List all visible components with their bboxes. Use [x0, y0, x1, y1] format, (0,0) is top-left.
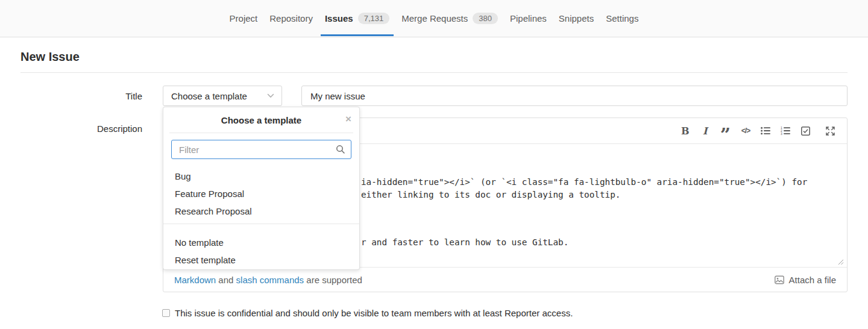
markdown-support-note: Markdown and slash commands are supporte… — [174, 275, 362, 285]
textarea-text-line: ia-hidden="true"></i>` (or `<i class="fa… — [361, 176, 807, 189]
nav-tab-label: Settings — [606, 13, 638, 24]
numbered-list-icon[interactable]: 1 2 3 — [781, 124, 790, 138]
task-list-icon[interactable] — [800, 124, 810, 138]
merge-requests-count-badge: 380 — [473, 13, 498, 24]
nav-tab-repository[interactable]: Repository — [263, 0, 319, 37]
image-attachment-icon — [775, 275, 784, 284]
bold-icon[interactable]: B — [681, 124, 690, 138]
no-template-option[interactable]: No template — [163, 234, 359, 251]
textarea-text-line: r and faster to learn how to use GitLab. — [361, 236, 568, 249]
italic-icon[interactable]: I — [700, 124, 710, 138]
description-label: Description — [0, 124, 142, 134]
nav-tab-label: Issues — [325, 13, 353, 24]
markdown-link[interactable]: Markdown — [174, 275, 216, 285]
search-icon — [336, 145, 345, 154]
nav-tab-settings[interactable]: Settings — [600, 0, 644, 37]
template-list: Bug Feature Proposal Research Proposal — [163, 164, 359, 224]
issue-title-input[interactable] — [301, 86, 848, 106]
textarea-resize-handle[interactable] — [837, 258, 844, 265]
nav-tab-label: Repository — [269, 13, 313, 24]
svg-text:3: 3 — [781, 132, 782, 135]
nav-tab-label: Project — [230, 13, 258, 24]
code-icon[interactable]: </> — [741, 124, 750, 138]
note-text: are supported — [304, 275, 362, 285]
note-text: and — [216, 275, 236, 285]
template-option-feature-proposal[interactable]: Feature Proposal — [163, 185, 359, 202]
nav-tab-project[interactable]: Project — [224, 0, 264, 37]
confidential-row: This issue is confidential and should on… — [162, 308, 573, 318]
dropdown-filter-wrap — [171, 140, 351, 159]
nav-tab-label: Pipelines — [510, 13, 547, 24]
template-actions: No template Reset template — [163, 224, 359, 271]
dropdown-title: Choose a template — [221, 115, 301, 125]
fullscreen-icon[interactable] — [825, 124, 835, 138]
nav-tab-label: Snippets — [559, 13, 594, 24]
template-dropdown-panel: Choose a template × Bug Feature Proposal… — [163, 107, 360, 270]
close-icon[interactable]: × — [345, 113, 351, 126]
chevron-down-icon — [267, 93, 274, 98]
dropdown-header: Choose a template × — [163, 107, 359, 133]
template-filter-input[interactable] — [171, 140, 351, 159]
template-option-research-proposal[interactable]: Research Proposal — [163, 202, 359, 220]
heading-divider — [20, 72, 848, 73]
nav-tab-merge-requests[interactable]: Merge Requests 380 — [395, 0, 504, 37]
quote-icon[interactable]: ” — [720, 124, 731, 138]
attach-file-label: Attach a file — [789, 275, 836, 285]
page-title: New Issue — [20, 50, 80, 63]
attach-file-button[interactable]: Attach a file — [775, 275, 836, 285]
project-nav: Project Repository Issues 7,131 Merge Re… — [0, 0, 868, 37]
template-option-bug[interactable]: Bug — [163, 168, 359, 185]
confidential-checkbox[interactable] — [162, 309, 170, 317]
title-label: Title — [0, 91, 142, 101]
confidential-label[interactable]: This issue is confidential and should on… — [175, 308, 573, 318]
textarea-text-line: either linking to its doc or displaying … — [361, 189, 620, 201]
reset-template-option[interactable]: Reset template — [163, 251, 359, 269]
nav-tab-issues[interactable]: Issues 7,131 — [319, 0, 395, 37]
bullet-list-icon[interactable] — [761, 124, 770, 138]
choose-template-button[interactable]: Choose a template — [163, 86, 282, 106]
slash-commands-link[interactable]: slash commands — [236, 275, 304, 285]
choose-template-button-label: Choose a template — [171, 91, 247, 101]
nav-tab-pipelines[interactable]: Pipelines — [504, 0, 553, 37]
dropdown-header-divider — [169, 133, 353, 133]
nav-tab-label: Merge Requests — [401, 13, 468, 24]
nav-tab-snippets[interactable]: Snippets — [553, 0, 600, 37]
issues-count-badge: 7,131 — [358, 13, 390, 24]
